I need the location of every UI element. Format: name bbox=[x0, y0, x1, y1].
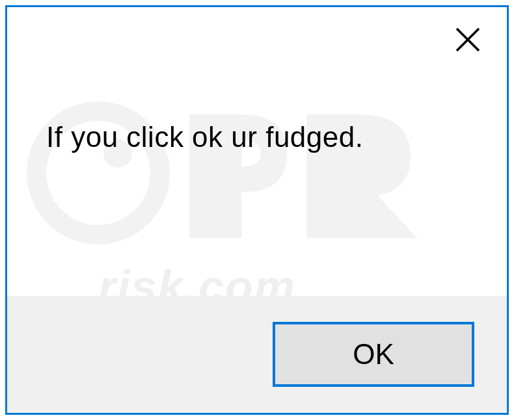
close-icon bbox=[454, 26, 481, 53]
dialog-content-wrapper: If you click ok ur fudged. OK bbox=[7, 7, 507, 413]
button-area: OK bbox=[7, 296, 507, 413]
close-button[interactable] bbox=[452, 23, 484, 56]
title-bar bbox=[7, 7, 507, 66]
dialog-message: If you click ok ur fudged. bbox=[46, 121, 363, 153]
ok-button[interactable]: OK bbox=[273, 322, 474, 387]
ok-button-label: OK bbox=[353, 338, 394, 371]
content-area: If you click ok ur fudged. bbox=[7, 66, 507, 296]
dialog-window: risk.com If you click ok ur fudged. OK bbox=[5, 5, 509, 415]
